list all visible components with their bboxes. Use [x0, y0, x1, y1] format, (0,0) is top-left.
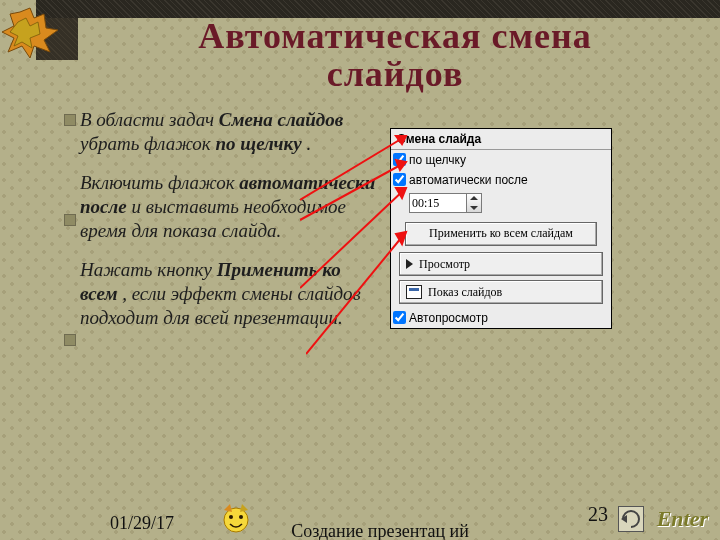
svg-point-8	[224, 508, 248, 532]
checkbox-row-click[interactable]: по щелчку	[391, 150, 611, 170]
smiley-icon	[218, 500, 254, 534]
preview-button[interactable]: Просмотр	[399, 252, 603, 276]
svg-line-6	[306, 232, 406, 354]
spinner-icon[interactable]	[466, 193, 482, 213]
footer-date: 01/29/17	[110, 513, 174, 534]
apply-all-button[interactable]: Применить ко всем слайдам	[405, 222, 597, 246]
slideshow-button[interactable]: Показ слайдов	[399, 280, 603, 304]
bullet-icon	[64, 334, 76, 346]
svg-marker-3	[396, 160, 406, 170]
slideshow-label: Показ слайдов	[428, 285, 502, 300]
title-line-2: слайдов	[327, 54, 464, 94]
action-button[interactable]	[618, 506, 644, 532]
panel-title: Смена слайда	[391, 129, 611, 150]
leaf-icon	[0, 6, 62, 62]
footer-title: Создание презентац ий	[250, 522, 510, 540]
bullet-icon	[64, 114, 76, 126]
svg-point-10	[239, 515, 243, 519]
checkbox-row-auto[interactable]: автоматически после	[391, 170, 611, 190]
enter-label: Enter	[657, 506, 708, 532]
bullet-icon	[64, 214, 76, 226]
auto-after-label: автоматически после	[409, 173, 528, 187]
title-line-1: Автоматическая смена	[198, 16, 591, 56]
preview-label: Просмотр	[419, 257, 470, 272]
time-row	[391, 190, 611, 216]
svg-point-9	[229, 515, 233, 519]
page-number: 23	[588, 503, 608, 526]
arrow-annotation	[306, 226, 426, 366]
slide-title: Автоматическая смена слайдов	[80, 18, 710, 94]
